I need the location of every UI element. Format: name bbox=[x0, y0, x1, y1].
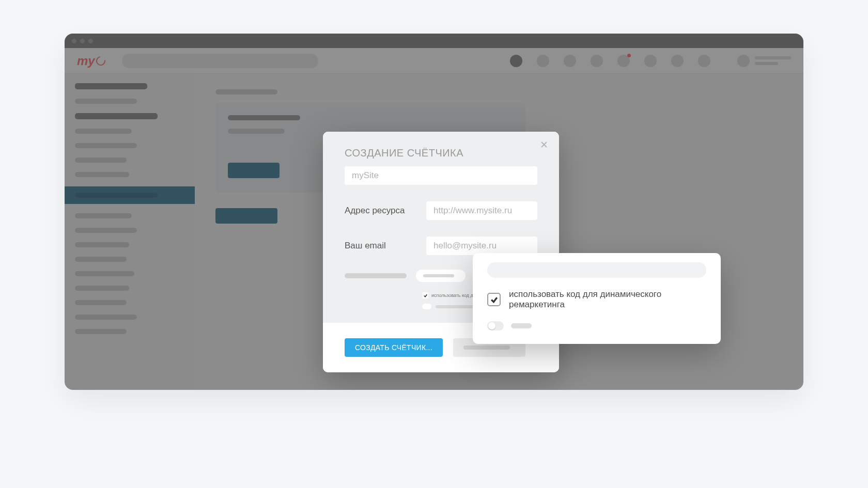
create-counter-button[interactable]: СОЗДАТЬ СЧЁТЧИК... bbox=[345, 338, 443, 357]
email-input[interactable] bbox=[426, 237, 537, 255]
close-icon[interactable] bbox=[538, 139, 550, 150]
counter-name-input[interactable] bbox=[345, 166, 537, 185]
resource-url-input[interactable] bbox=[426, 201, 537, 220]
app-window: my bbox=[65, 34, 803, 390]
dynamic-remarketing-label: использовать код для динамического ремар… bbox=[509, 289, 706, 310]
modal-title: СОЗДАНИЕ СЧЁТЧИКА bbox=[345, 147, 537, 159]
dynamic-remarketing-checkbox[interactable] bbox=[487, 293, 501, 306]
callout-toggle[interactable] bbox=[487, 321, 504, 330]
checkbox-callout: использовать код для динамического ремар… bbox=[473, 253, 721, 344]
extra-toggle-small[interactable] bbox=[422, 304, 431, 309]
callout-toggle-label bbox=[511, 323, 532, 328]
resource-url-label: Адрес ресурса bbox=[345, 206, 417, 216]
callout-field-placeholder[interactable] bbox=[487, 262, 706, 278]
dynamic-remarketing-checkbox-small[interactable] bbox=[422, 292, 428, 298]
email-label: Ваш email bbox=[345, 241, 417, 251]
extra-field-input[interactable] bbox=[416, 270, 466, 282]
